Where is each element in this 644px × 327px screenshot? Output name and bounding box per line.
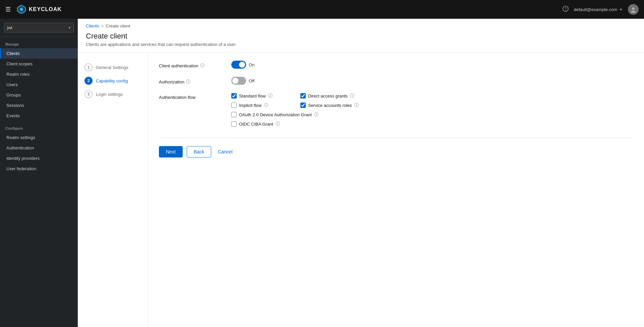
logo-text: KEYCLOAK [29, 6, 62, 12]
implicit-flow-checkbox[interactable] [231, 103, 237, 108]
app-body: jwt Manage Clients Client scopes Realm r… [0, 19, 644, 327]
configure-section-label: Configure [0, 121, 78, 132]
sidebar-item-sessions[interactable]: Sessions [0, 100, 78, 111]
client-auth-help-icon[interactable]: ⓘ [200, 63, 204, 69]
oauth2-device-label: OAuth 2.0 Device Authorization Grant [239, 112, 312, 117]
oidc-ciba-help-icon[interactable]: ⓘ [276, 121, 280, 127]
client-auth-on-label: On [249, 62, 254, 67]
auth-flow-label: Authentication flow [159, 95, 195, 100]
sidebar-item-label-users: Users [6, 82, 18, 87]
navbar-right: ? default@example.com ▼ [563, 4, 639, 15]
breadcrumb-current: Create client [106, 23, 130, 28]
sidebar-item-user-federation[interactable]: User federation [0, 164, 78, 174]
cancel-button[interactable]: Cancel [215, 146, 235, 157]
client-auth-control: On [231, 61, 633, 69]
standard-flow-checkbox[interactable] [231, 93, 237, 99]
sidebar-item-users[interactable]: Users [0, 79, 78, 90]
keycloak-logo-icon [16, 4, 27, 15]
help-icon[interactable]: ? [563, 6, 569, 13]
client-auth-label: Client authentication [159, 63, 198, 68]
implicit-flow-label: Implicit flow [239, 103, 261, 108]
action-bar: Next Back Cancel [159, 138, 633, 157]
navbar: ☰ KEYCLOAK ? default@example.com ▼ [0, 0, 644, 19]
wizard-body: 1 General Settings 2 Capability config 3… [78, 53, 644, 327]
svg-point-2 [20, 8, 23, 11]
client-auth-toggle-wrapper: On [231, 61, 254, 69]
sidebar-item-clients[interactable]: Clients [0, 48, 78, 59]
sidebar-item-label-user-federation: User federation [6, 166, 36, 171]
direct-access-grants-label: Direct access grants [308, 93, 348, 99]
sidebar-item-events[interactable]: Events [0, 111, 78, 121]
service-accounts-roles-help-icon[interactable]: ⓘ [354, 102, 359, 108]
sidebar-item-label-realm-settings: Realm settings [6, 135, 35, 140]
next-button[interactable]: Next [159, 146, 183, 157]
implicit-flow-help-icon[interactable]: ⓘ [264, 102, 268, 108]
hamburger-icon[interactable]: ☰ [5, 6, 11, 13]
svg-point-6 [631, 11, 636, 13]
sidebar-item-label-authentication: Authentication [6, 145, 34, 150]
authorization-row: Authorization ⓘ Off [159, 77, 633, 85]
sidebar-item-identity-providers[interactable]: Identity providers [0, 153, 78, 164]
authorization-off-label: Off [249, 78, 254, 83]
logo: KEYCLOAK [16, 4, 62, 15]
sidebar-item-client-scopes[interactable]: Client scopes [0, 59, 78, 69]
sidebar-item-label-events: Events [6, 113, 20, 118]
client-auth-row: Client authentication ⓘ On [159, 61, 633, 69]
service-accounts-roles-checkbox[interactable] [300, 103, 306, 108]
authorization-help-icon[interactable]: ⓘ [186, 79, 190, 85]
wizard-steps: 1 General Settings 2 Capability config 3… [78, 53, 148, 327]
main-content: Clients > Create client Create client Cl… [78, 19, 644, 327]
standard-flow-help-icon[interactable]: ⓘ [268, 93, 273, 99]
direct-access-grants-help-icon[interactable]: ⓘ [350, 93, 354, 99]
chevron-down-icon: ▼ [619, 8, 623, 11]
auth-flow-grid: Standard flow ⓘ Direct access grants ⓘ [231, 93, 359, 127]
client-auth-toggle[interactable] [231, 61, 246, 69]
oauth2-device-help-icon[interactable]: ⓘ [314, 112, 318, 118]
implicit-flow-row: Implicit flow ⓘ [231, 102, 290, 108]
step-2-label: Capability config [96, 78, 128, 83]
breadcrumb: Clients > Create client [78, 19, 644, 28]
avatar[interactable] [628, 4, 639, 15]
auth-flow-row: Authentication flow Standard flow ⓘ [159, 93, 633, 127]
wizard-step-2[interactable]: 2 Capability config [83, 74, 142, 87]
realm-selector: jwt [0, 19, 78, 37]
auth-flow-control: Standard flow ⓘ Direct access grants ⓘ [231, 93, 633, 127]
sidebar-item-realm-roles[interactable]: Realm roles [0, 69, 78, 79]
page-description: Clients are applications and services th… [86, 42, 636, 47]
wizard-form: Client authentication ⓘ On [148, 53, 644, 327]
sidebar-item-authentication[interactable]: Authentication [0, 143, 78, 153]
svg-point-5 [632, 7, 635, 10]
wizard-step-1[interactable]: 1 General Settings [83, 61, 142, 74]
step-1-number: 1 [84, 63, 93, 71]
direct-access-grants-checkbox[interactable] [300, 93, 306, 99]
oidc-ciba-label: OIDC CIBA Grant [239, 122, 273, 127]
sidebar-item-label-realm-roles: Realm roles [6, 72, 30, 77]
sidebar-item-label-sessions: Sessions [6, 103, 24, 108]
step-1-label: General Settings [96, 65, 128, 70]
authorization-toggle[interactable] [231, 77, 246, 85]
authorization-toggle-wrapper: Off [231, 77, 254, 85]
step-3-number: 3 [84, 90, 93, 98]
sidebar-item-groups[interactable]: Groups [0, 90, 78, 100]
user-dropdown[interactable]: default@example.com ▼ [574, 7, 623, 12]
back-button[interactable]: Back [187, 146, 211, 157]
sidebar-item-realm-settings[interactable]: Realm settings [0, 132, 78, 143]
oauth2-device-checkbox[interactable] [231, 112, 237, 117]
page-header: Create client Clients are applications a… [78, 28, 644, 53]
step-3-label: Login settings [96, 92, 123, 97]
step-2-number: 2 [84, 77, 93, 85]
authorization-label: Authorization [159, 79, 184, 84]
sidebar-item-label-identity-providers: Identity providers [6, 156, 40, 161]
direct-access-grants-row: Direct access grants ⓘ [300, 93, 359, 99]
realm-select[interactable]: jwt [4, 23, 74, 32]
wizard-step-3[interactable]: 3 Login settings [83, 87, 142, 101]
oidc-ciba-checkbox[interactable] [231, 121, 237, 127]
standard-flow-row: Standard flow ⓘ [231, 93, 290, 99]
oidc-ciba-row: OIDC CIBA Grant ⓘ [231, 121, 359, 127]
breadcrumb-separator: > [101, 23, 104, 28]
breadcrumb-clients-link[interactable]: Clients [86, 23, 99, 28]
authorization-control: Off [231, 77, 633, 85]
svg-text:?: ? [564, 7, 566, 11]
sidebar-item-label-groups: Groups [6, 92, 21, 97]
service-accounts-roles-label: Service accounts roles [308, 103, 352, 108]
